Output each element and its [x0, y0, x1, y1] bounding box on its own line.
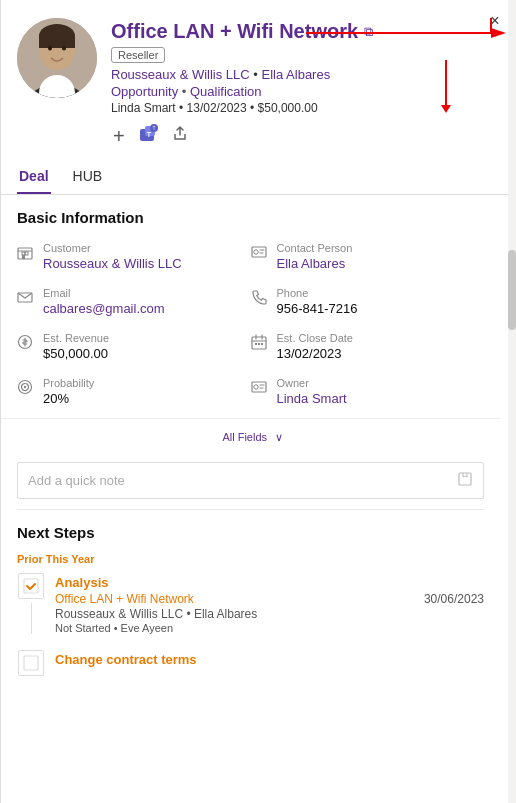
field-customer: Customer Rousseaux & Willis LLC [17, 234, 251, 279]
svg-rect-28 [258, 343, 260, 345]
fields-grid: Customer Rousseaux & Willis LLC Contact … [1, 234, 500, 414]
quick-note-input[interactable]: Add a quick note [17, 462, 484, 499]
field-email: Email calbares@gmail.com [17, 279, 251, 324]
customer-value[interactable]: Rousseaux & Willis LLC [43, 256, 182, 271]
svg-text:T: T [147, 131, 152, 138]
scrollbar[interactable] [508, 0, 516, 803]
header-info: Office LAN + Wifi Network ⧉ Reseller Rou… [111, 18, 500, 150]
probability-label: Probability [43, 377, 94, 389]
analysis-title[interactable]: Analysis [55, 575, 484, 590]
header-area: Office LAN + Wifi Network ⧉ Reseller Rou… [1, 0, 516, 160]
phone-icon [251, 289, 269, 308]
person-icon [251, 379, 269, 398]
svg-rect-35 [459, 473, 471, 485]
est-close-date-label: Est. Close Date [277, 332, 353, 344]
action-icons-row: + T T [111, 123, 500, 150]
next-steps-title: Next Steps [17, 510, 484, 549]
calendar-icon [251, 334, 269, 353]
analysis-subtitle-link[interactable]: Office LAN + Wifi Network [55, 592, 194, 606]
owner-value[interactable]: Linda Smart [277, 391, 347, 406]
contact-card-icon [251, 244, 269, 263]
est-revenue-value: $50,000.00 [43, 346, 109, 361]
svg-text:T: T [152, 125, 155, 131]
customer-label: Customer [43, 242, 182, 254]
field-est-close-date: Est. Close Date 13/02/2023 [251, 324, 485, 369]
building-icon [17, 244, 35, 263]
svg-point-12 [62, 46, 66, 51]
reseller-badge: Reseller [111, 47, 165, 63]
next-steps-section: Next Steps Prior This Year [1, 510, 500, 676]
est-revenue-label: Est. Revenue [43, 332, 109, 344]
avatar [17, 18, 97, 98]
add-button[interactable]: + [111, 123, 127, 150]
share-button[interactable] [169, 123, 191, 150]
target-icon [17, 379, 35, 398]
svg-point-34 [253, 385, 257, 389]
email-value[interactable]: calbares@gmail.com [43, 301, 165, 316]
svg-point-23 [253, 250, 257, 254]
dollar-icon [17, 334, 35, 353]
side-panel: × Office LAN [0, 0, 516, 803]
contact-person-label: Contact Person [277, 242, 353, 254]
phone-value: 956-841-7216 [277, 301, 358, 316]
svg-rect-20 [25, 252, 28, 255]
title-row: Office LAN + Wifi Network ⧉ [111, 20, 500, 43]
company-contact-line: Rousseaux & Willis LLC • Ella Albares [111, 67, 500, 82]
svg-point-11 [48, 46, 52, 51]
email-label: Email [43, 287, 165, 299]
svg-rect-27 [255, 343, 257, 345]
analysis-icon-box [18, 573, 44, 599]
envelope-icon [17, 289, 35, 308]
svg-rect-10 [39, 36, 75, 48]
contract-icon-box [18, 650, 44, 676]
analysis-date: 30/06/2023 [424, 592, 484, 606]
svg-rect-29 [261, 343, 263, 345]
analysis-status: Not Started • Eve Ayeen [55, 622, 416, 634]
svg-rect-21 [22, 255, 25, 259]
teams-button[interactable]: T T [137, 123, 159, 150]
field-probability: Probability 20% [17, 369, 251, 414]
owner-date-amount-line: Linda Smart • 13/02/2023 • $50,000.00 [111, 101, 500, 115]
owner-label: Owner [277, 377, 347, 389]
basic-info-title: Basic Information [1, 195, 500, 234]
opportunity-title: Office LAN + Wifi Network [111, 20, 358, 43]
period-label: Prior This Year [17, 553, 484, 565]
svg-point-32 [24, 386, 26, 388]
field-owner: Owner Linda Smart [251, 369, 485, 414]
svg-rect-37 [24, 656, 38, 670]
tab-deal[interactable]: Deal [17, 160, 51, 194]
timeline-item-analysis: Analysis Office LAN + Wifi Network Rouss… [17, 573, 484, 634]
content-area: Basic Information Customer Rousseaux & W… [1, 195, 516, 712]
analysis-company-contact: Rousseaux & Willis LLC • Ella Albares [55, 607, 416, 621]
est-close-date-value: 13/02/2023 [277, 346, 353, 361]
contact-person-value[interactable]: Ella Albares [277, 256, 353, 271]
tab-hub[interactable]: HUB [71, 160, 105, 194]
company-link[interactable]: Rousseaux & Willis LLC [111, 67, 250, 82]
note-icon [457, 471, 473, 490]
phone-label: Phone [277, 287, 358, 299]
scroll-thumb[interactable] [508, 250, 516, 330]
timeline-items: Analysis Office LAN + Wifi Network Rouss… [17, 573, 484, 676]
field-phone: Phone 956-841-7216 [251, 279, 485, 324]
close-button[interactable]: × [484, 10, 506, 32]
field-est-revenue: Est. Revenue $50,000.00 [17, 324, 251, 369]
category-stage-line: Opportunity • Qualification [111, 84, 500, 99]
tabs-bar: Deal HUB [1, 160, 516, 195]
contract-title[interactable]: Change contract terms [55, 652, 484, 667]
contact-link[interactable]: Ella Albares [262, 67, 331, 82]
timeline-item-contract: Change contract terms [17, 650, 484, 676]
field-contact-person: Contact Person Ella Albares [251, 234, 485, 279]
all-fields-toggle[interactable]: All Fields ∨ [1, 418, 500, 454]
probability-value: 20% [43, 391, 94, 406]
external-link-icon[interactable]: ⧉ [364, 24, 373, 40]
